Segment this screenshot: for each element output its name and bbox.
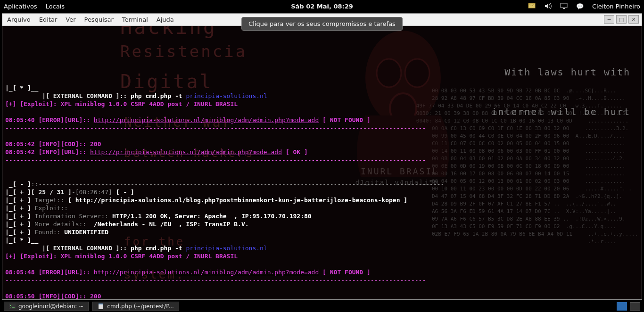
close-button[interactable]: ✕ [628, 15, 639, 24]
menu-terminal[interactable]: Terminal [122, 16, 148, 23]
menu-help[interactable]: Ajuda [157, 16, 174, 23]
menu-view[interactable]: Ver [66, 16, 75, 23]
clock-tooltip: Clique para ver os seus compromissos e t… [241, 17, 403, 31]
svg-rect-1 [561, 3, 567, 8]
minimize-button[interactable]: ─ [604, 15, 614, 24]
user-menu[interactable]: Cleiton Pinheiro [592, 3, 640, 10]
terminal-icon [9, 304, 16, 309]
notification-icon[interactable] [528, 2, 536, 10]
menu-edit[interactable]: Editar [39, 16, 58, 23]
svg-rect-7 [9, 304, 16, 309]
workspace-switcher[interactable] [617, 302, 640, 311]
menu-search[interactable]: Pesquisar [84, 16, 114, 23]
maximize-button[interactable]: □ [616, 15, 627, 24]
volume-icon[interactable] [544, 2, 552, 10]
editor-icon [98, 304, 104, 309]
menu-file[interactable]: Arquivo [7, 16, 31, 23]
task-editor[interactable]: cmd.php (~/pentest/P... [92, 302, 179, 311]
terminal-output: |_[ * ]__ |[ EXTERNAL COMMAND ]:: php cm… [5, 76, 639, 299]
task-terminal[interactable]: googleinurl@debian: ~ [4, 302, 89, 311]
applications-menu[interactable]: Aplicativos [4, 3, 37, 10]
svg-rect-2 [563, 8, 565, 9]
terminal-viewport[interactable]: Hacking Resistencia Digital Neither war … [2, 26, 642, 299]
bottom-taskbar: googleinurl@debian: ~ cmd.php (~/pentest… [0, 301, 644, 312]
display-icon[interactable] [560, 2, 568, 10]
gnome-top-panel: Aplicativos Locais Sáb 02 Mai, 08:29 💬 C… [0, 0, 644, 12]
terminal-window: ─ □ ✕ Arquivo Editar Ver Pesquisar Termi… [2, 13, 642, 300]
chat-icon[interactable]: 💬 [576, 2, 584, 10]
places-menu[interactable]: Locais [46, 3, 65, 10]
svg-rect-9 [99, 304, 103, 304]
clock[interactable]: Sáb 02 Mai, 08:29 [291, 3, 353, 10]
